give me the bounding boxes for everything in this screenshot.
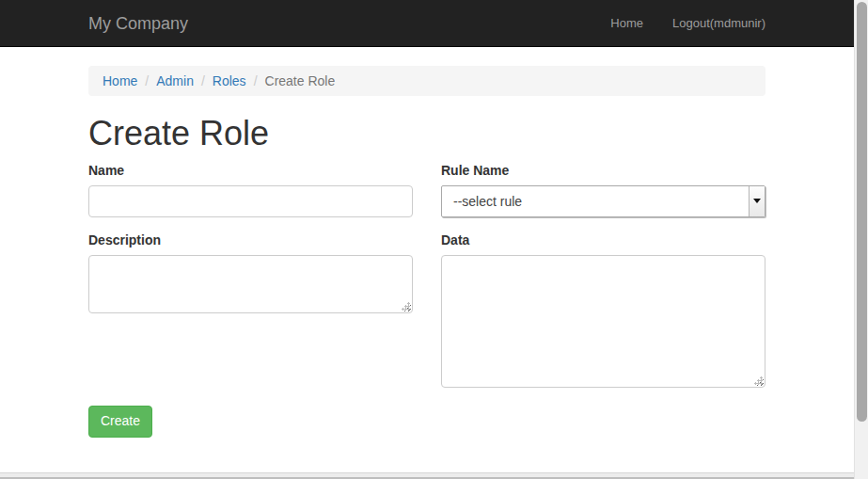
description-textarea[interactable] (88, 255, 413, 313)
breadcrumb-current: Create Role (265, 73, 336, 88)
select-dropdown-button (749, 186, 765, 216)
vertical-scrollbar-thumb[interactable] (857, 2, 867, 422)
field-group-name: Name (88, 162, 413, 217)
description-label: Description (88, 232, 161, 250)
breadcrumb-separator: / (194, 73, 213, 88)
navbar-brand[interactable]: My Company (88, 0, 188, 47)
browser-viewport: My Company Home Logout(mdmunir) Home/Adm… (0, 0, 868, 479)
breadcrumb: Home/Admin/Roles/Create Role (88, 66, 765, 96)
main-content: Home/Admin/Roles/Create Role Create Role… (0, 66, 854, 438)
name-label: Name (88, 162, 124, 181)
breadcrumb-link-admin[interactable]: Admin (156, 73, 194, 88)
name-input[interactable] (88, 185, 413, 217)
horizontal-scrollbar-track[interactable] (0, 472, 854, 479)
create-button[interactable]: Create (88, 406, 152, 438)
rule-name-select[interactable]: --select rule (441, 185, 765, 217)
rule-name-label: Rule Name (441, 162, 509, 181)
navbar-links: Home Logout(mdmunir) (610, 16, 765, 30)
top-navbar: My Company Home Logout(mdmunir) (0, 0, 854, 47)
form-column-right: Rule Name --select rule Data (427, 162, 780, 402)
breadcrumb-separator: / (137, 73, 156, 88)
field-group-rule-name: Rule Name --select rule (441, 162, 765, 217)
caret-down-icon (753, 199, 761, 203)
create-role-form: Name Description (88, 162, 765, 438)
form-column-left: Name Description (74, 162, 427, 402)
page-title: Create Role (88, 115, 765, 152)
nav-link-logout[interactable]: Logout(mdmunir) (672, 16, 765, 30)
breadcrumb-link-home[interactable]: Home (103, 73, 137, 88)
breadcrumb-separator: / (246, 73, 265, 88)
vertical-scrollbar-track[interactable] (854, 0, 868, 479)
field-group-description: Description (88, 232, 413, 313)
data-label: Data (441, 232, 469, 250)
rule-name-selected-value: --select rule (442, 194, 749, 209)
breadcrumb-link-roles[interactable]: Roles (213, 73, 246, 88)
data-textarea[interactable] (441, 255, 765, 388)
nav-link-home[interactable]: Home (610, 16, 643, 30)
field-group-data: Data (441, 232, 765, 388)
